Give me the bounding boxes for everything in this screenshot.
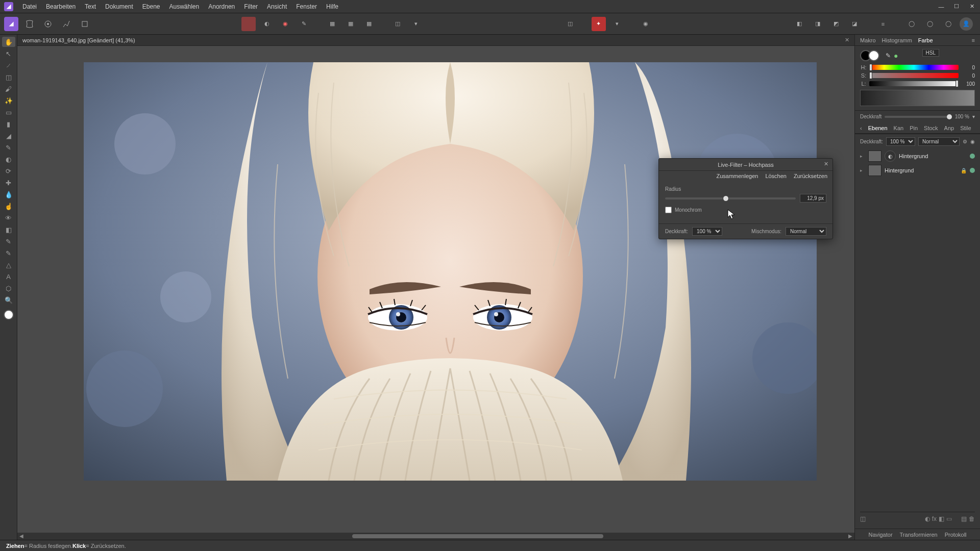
dialog-blend-select[interactable]: Normal — [786, 227, 826, 236]
lum-slider[interactable] — [869, 81, 959, 86]
tab-farbe[interactable]: Farbe — [918, 37, 933, 43]
tool-color-picker[interactable]: ⟋ — [2, 60, 15, 70]
scroll-left-icon[interactable]: ◀ — [19, 533, 23, 539]
toolbar-assist-dropdown-icon[interactable]: ▾ — [610, 17, 624, 31]
tab-transform[interactable]: Transformieren — [900, 532, 938, 538]
layer-clip-icon[interactable]: ◧ — [939, 515, 944, 522]
tool-marquee[interactable]: ▭ — [2, 107, 15, 117]
menu-dokument[interactable]: Dokument — [105, 3, 133, 10]
color-mode-select[interactable]: HSL — [922, 49, 939, 57]
menu-datei[interactable]: Datei — [22, 3, 37, 10]
live-filter-dialog[interactable]: Live-Filter – Hochpass ✕ Zusammenlegen L… — [658, 158, 833, 239]
menu-ebene[interactable]: Ebene — [142, 3, 160, 10]
layer-settings-icon[interactable]: ⚙ — [963, 139, 967, 144]
persona-liquify-icon[interactable] — [22, 17, 37, 31]
tab-stock[interactable]: Stock — [924, 125, 938, 131]
layer-expand-icon[interactable]: ▸ — [860, 154, 865, 159]
tool-gradient[interactable]: ◢ — [2, 131, 15, 141]
tab-ebenen[interactable]: Ebenen — [868, 125, 888, 131]
tab-anp[interactable]: Anp — [944, 125, 954, 131]
persona-photo-icon[interactable]: ◢ — [4, 17, 18, 31]
window-minimize-icon[interactable]: — — [937, 4, 945, 10]
menu-hilfe[interactable]: Hilfe — [326, 3, 338, 10]
toolbar-selection-new-icon[interactable]: ▦ — [325, 17, 339, 31]
menu-text[interactable]: Text — [85, 3, 96, 10]
menu-fenster[interactable]: Fenster — [296, 3, 317, 10]
tool-flood[interactable]: ▮ — [2, 119, 15, 129]
tool-move[interactable]: ↖ — [2, 48, 15, 59]
tool-heal[interactable]: ✚ — [2, 178, 15, 188]
global-opacity-dropdown-icon[interactable]: ▾ — [972, 114, 975, 119]
toolbar-swatch-1[interactable] — [241, 17, 256, 31]
dialog-delete-button[interactable]: Löschen — [765, 173, 787, 179]
tool-smudge[interactable]: ☝ — [2, 201, 15, 211]
tool-perspective[interactable]: ✎ — [2, 248, 15, 258]
tab-kan[interactable]: Kan — [894, 125, 904, 131]
tab-protokoll[interactable]: Protokoll — [945, 532, 967, 538]
layer-opacity-select[interactable]: 100 % — [886, 137, 915, 146]
tool-text[interactable]: A — [2, 271, 15, 282]
foreground-color-swatch[interactable] — [4, 310, 14, 320]
horizontal-scrollbar[interactable]: ◀ ▶ — [17, 533, 854, 540]
toolbar-insert-3-icon[interactable]: ◯ — [941, 17, 955, 31]
layer-visibility-icon[interactable] — [970, 154, 975, 159]
toolbar-insert-2-icon[interactable]: ◯ — [923, 17, 937, 31]
tool-shape-triangle[interactable]: △ — [2, 260, 15, 270]
dialog-close-icon[interactable]: ✕ — [824, 161, 828, 167]
account-avatar-icon[interactable]: 👤 — [960, 17, 973, 31]
toolbar-align-1-icon[interactable]: ◧ — [792, 17, 806, 31]
eyedropper-icon[interactable]: ✎ — [886, 52, 891, 59]
layer-row[interactable]: ▸ Hintergrund 🔒 — [860, 163, 975, 178]
tool-blur[interactable]: 💧 — [2, 189, 15, 199]
layer-expand-icon[interactable]: ▸ — [860, 168, 865, 173]
toolbar-crop-icon[interactable]: ◫ — [563, 17, 577, 31]
toolbar-insert-1-icon[interactable]: ◯ — [904, 17, 919, 31]
global-opacity-slider[interactable] — [885, 116, 951, 118]
layer-lock-icon[interactable]: 🔒 — [961, 168, 967, 173]
tool-vector[interactable]: ⬡ — [2, 283, 15, 293]
toolbar-chevron-down-icon[interactable]: ▾ — [409, 17, 423, 31]
tab-makro[interactable]: Makro — [860, 37, 876, 43]
hue-slider[interactable] — [869, 65, 959, 70]
layer-group-icon[interactable]: ▭ — [946, 515, 952, 522]
tool-crop[interactable]: ◫ — [2, 72, 15, 82]
toolbar-snapshot-icon[interactable]: ◉ — [639, 17, 653, 31]
dialog-merge-button[interactable]: Zusammenlegen — [716, 173, 758, 179]
toolbar-selection-sub-icon[interactable]: ▦ — [362, 17, 376, 31]
dialog-opacity-select[interactable]: 100 % — [692, 227, 722, 236]
toolbar-arrange-icon[interactable]: ≡ — [876, 17, 890, 31]
tool-zoom[interactable]: 🔍 — [2, 295, 15, 305]
color-node-icon[interactable]: ● — [894, 52, 898, 60]
tool-dodge[interactable]: ◐ — [2, 154, 15, 164]
persona-develop-icon[interactable] — [41, 17, 55, 31]
panel-prev-icon[interactable]: ‹ — [860, 125, 862, 131]
tool-mesh[interactable]: ✎ — [2, 236, 15, 246]
tool-hand[interactable]: ✋ — [2, 37, 15, 47]
radius-value-input[interactable]: 12,9 px — [800, 194, 826, 203]
layer-name[interactable]: Hintergrund — [899, 153, 967, 159]
tab-stile[interactable]: Stile — [960, 125, 971, 131]
color-swatch-front[interactable] — [868, 50, 879, 61]
viewport[interactable] — [17, 46, 854, 533]
toolbar-autocolor-icon[interactable]: ◉ — [278, 17, 292, 31]
toolbar-selection-add-icon[interactable]: ▦ — [344, 17, 358, 31]
document-tab[interactable]: woman-1919143_640.jpg [Geändert] (41,3%) — [22, 37, 135, 43]
scrollbar-thumb[interactable] — [352, 534, 603, 538]
toolbar-align-3-icon[interactable]: ◩ — [829, 17, 843, 31]
gradient-strip[interactable] — [860, 90, 975, 106]
layer-name[interactable]: Hintergrund — [885, 167, 958, 173]
toolbar-align-4-icon[interactable]: ◪ — [847, 17, 862, 31]
radius-slider[interactable] — [665, 197, 796, 199]
layer-blend-select[interactable]: Normal — [918, 137, 960, 146]
tab-histogramm[interactable]: Histogramm — [882, 37, 912, 43]
tab-pin[interactable]: Pin — [910, 125, 918, 131]
layer-more-icon[interactable]: ◉ — [970, 139, 975, 144]
monochrome-checkbox-row[interactable]: Monochrom — [665, 207, 826, 213]
layer-mask-icon[interactable]: ◫ — [860, 515, 866, 522]
layer-visibility-icon[interactable] — [970, 168, 975, 173]
sat-slider[interactable] — [869, 73, 959, 78]
window-maximize-icon[interactable]: ☐ — [952, 3, 961, 10]
persona-export-icon[interactable] — [78, 17, 92, 31]
layer-adj-icon[interactable]: ◐ — [925, 515, 930, 522]
menu-filter[interactable]: Filter — [244, 3, 258, 10]
